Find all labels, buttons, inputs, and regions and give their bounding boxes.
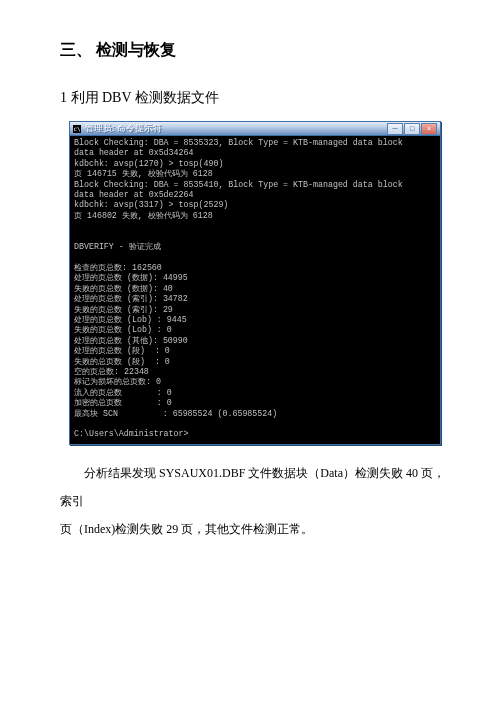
analysis-paragraph-2: 页（Index)检测失败 29 页，其他文件检测正常。: [60, 515, 450, 543]
close-button[interactable]: ×: [421, 123, 437, 135]
title-prefix: 管理员:: [85, 123, 115, 133]
terminal-output: Block Checking: DBA = 8535323, Block Typ…: [70, 136, 440, 444]
cmd-icon: c\: [73, 125, 81, 133]
terminal-window: c\ 管理员: 命令提示符 ─ □ × Block Checking: DBA …: [69, 121, 441, 445]
analysis-paragraph-1: 分析结果发现 SYSAUX01.DBF 文件数据块（Data）检测失败 40 页…: [60, 459, 450, 515]
title-text: 命令提示符: [117, 123, 162, 133]
window-title: 管理员: 命令提示符: [85, 122, 162, 135]
minimize-button[interactable]: ─: [387, 123, 403, 135]
maximize-button[interactable]: □: [404, 123, 420, 135]
section-heading: 三、 检测与恢复: [60, 40, 450, 61]
subsection-heading: 1 利用 DBV 检测数据文件: [60, 89, 450, 107]
window-titlebar: c\ 管理员: 命令提示符 ─ □ ×: [70, 122, 440, 136]
